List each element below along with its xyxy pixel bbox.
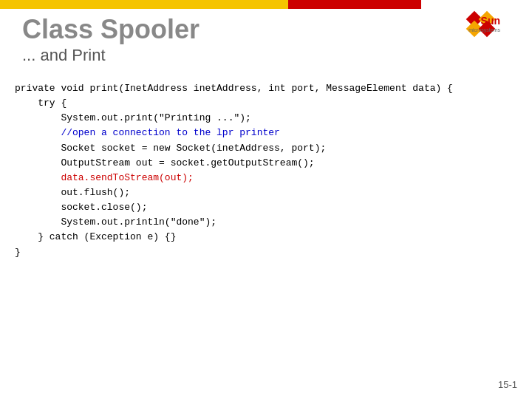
sun-logo-graphic: Sun microsystems: [465, 10, 502, 39]
code-line: out.flush();: [15, 185, 517, 200]
slide-subtitle: ... and Print: [22, 46, 200, 65]
svg-text:microsystems: microsystems: [468, 27, 500, 33]
yellow-accent-bar: [0, 0, 288, 9]
code-line: try {: [15, 96, 517, 111]
svg-text:Sun: Sun: [481, 15, 500, 27]
code-line: } catch (Exception e) {}: [15, 230, 517, 245]
sun-logo-area: Sun microsystems: [446, 6, 520, 43]
code-line: Socket socket = new Socket(inetAddress, …: [15, 141, 517, 156]
code-block: private void print(InetAddress inetAddre…: [15, 81, 517, 260]
code-line: System.out.println("done");: [15, 215, 517, 230]
page-number: 15-1: [498, 379, 517, 390]
title-section: Class Spooler ... and Print: [22, 15, 200, 65]
code-line: socket.close();: [15, 200, 517, 215]
code-line: }: [15, 245, 517, 260]
code-line: System.out.print("Printing ...");: [15, 111, 517, 126]
code-line: data.sendToStream(out);: [15, 171, 517, 185]
code-line: private void print(InetAddress inetAddre…: [15, 81, 517, 96]
sun-logo: Sun microsystems: [465, 10, 502, 39]
code-line: //open a connection to the lpr printer: [15, 126, 517, 140]
red-accent-bar: [288, 0, 421, 9]
slide-title: Class Spooler: [22, 15, 200, 44]
code-line: OutputStream out = socket.getOutputStrea…: [15, 156, 517, 171]
